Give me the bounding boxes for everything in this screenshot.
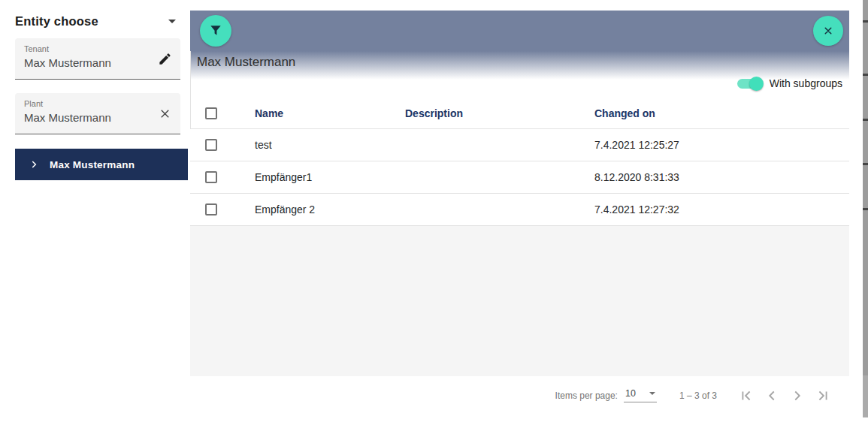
x-icon xyxy=(158,107,172,121)
previous-page-icon xyxy=(764,387,780,404)
column-header-description: Description xyxy=(405,107,463,119)
select-all-checkbox[interactable] xyxy=(205,107,217,119)
with-subgroups-toggle[interactable] xyxy=(737,79,762,89)
tenant-field[interactable]: Tenant Max Mustermann xyxy=(15,38,180,80)
sidebar-item-max-mustermann[interactable]: Max Mustermann xyxy=(15,149,188,180)
row-checkbox[interactable] xyxy=(205,203,217,216)
next-page-icon xyxy=(789,387,806,404)
tenant-field-value: Max Mustermann xyxy=(24,56,150,69)
items-per-page-label: Items per page: xyxy=(555,390,618,401)
plant-field-label: Plant xyxy=(24,99,150,108)
pencil-icon xyxy=(158,52,172,66)
table-row[interactable]: Empfänger1 8.12.2020 8:31:33 xyxy=(190,161,849,194)
row-checkbox[interactable] xyxy=(205,139,217,151)
edit-tenant-button[interactable] xyxy=(156,50,174,68)
items-per-page-value: 10 xyxy=(625,388,636,399)
first-page-icon xyxy=(738,387,755,404)
items-per-page-select[interactable]: 10 xyxy=(624,388,657,402)
subgroups-toggle-row: With subgroups xyxy=(737,75,842,92)
cell-changed-on: 7.4.2021 12:27:32 xyxy=(594,203,679,216)
paginator-range-label: 1 – 3 of 3 xyxy=(679,390,717,401)
plant-field[interactable]: Plant Max Mustermann xyxy=(15,93,180,134)
filter-button[interactable] xyxy=(200,15,231,47)
table-row[interactable]: test 7.4.2021 12:25:27 xyxy=(190,129,849,161)
funnel-icon xyxy=(208,23,223,38)
underlying-page-sliver xyxy=(863,0,868,431)
cell-changed-on: 7.4.2021 12:25:27 xyxy=(594,139,679,151)
clear-plant-button[interactable] xyxy=(156,104,174,122)
panel-title: Max Mustermann xyxy=(197,55,295,70)
previous-page-button[interactable] xyxy=(759,383,785,408)
cell-changed-on: 8.12.2020 8:31:33 xyxy=(594,171,679,183)
column-header-changed-on: Changed on xyxy=(594,107,655,119)
panel-appbar xyxy=(190,11,849,51)
entity-choose-title: Entity choose xyxy=(15,14,98,29)
column-header-name: Name xyxy=(255,107,283,119)
cell-name: test xyxy=(255,139,272,151)
entity-choose-header[interactable]: Entity choose xyxy=(15,12,180,30)
row-checkbox[interactable] xyxy=(205,171,217,183)
chevron-right-icon xyxy=(29,159,39,170)
toggle-thumb xyxy=(749,77,764,91)
sidebar-item-label: Max Mustermann xyxy=(50,159,135,170)
cell-name: Empfänger 2 xyxy=(255,203,315,216)
first-page-button[interactable] xyxy=(733,383,759,408)
plant-field-value: Max Mustermann xyxy=(24,111,150,124)
caret-down-icon xyxy=(168,20,176,23)
close-icon xyxy=(821,24,835,38)
screen: Entity choose Tenant Max Mustermann Plan… xyxy=(0,0,868,431)
group-panel: Max Mustermann With subgroups Name Descr… xyxy=(190,0,849,431)
table-empty-area xyxy=(190,226,849,376)
next-page-button[interactable] xyxy=(785,383,810,408)
close-button[interactable] xyxy=(813,16,843,46)
last-page-button[interactable] xyxy=(810,383,836,408)
paginator: Items per page: 10 1 – 3 of 3 xyxy=(190,376,849,414)
tenant-field-label: Tenant xyxy=(24,44,150,53)
entity-sidebar: Entity choose Tenant Max Mustermann Plan… xyxy=(0,0,190,431)
table-header-row: Name Description Changed on xyxy=(190,98,849,129)
paginator-buttons xyxy=(733,383,836,408)
with-subgroups-label: With subgroups xyxy=(770,77,842,89)
backdrop-strip xyxy=(863,0,868,417)
table-body: test 7.4.2021 12:25:27 Empfänger1 8.12.2… xyxy=(190,129,849,226)
caret-down-icon xyxy=(649,392,655,395)
cell-name: Empfänger1 xyxy=(255,171,312,183)
table-row[interactable]: Empfänger 2 7.4.2021 12:27:32 xyxy=(190,194,849,226)
last-page-icon xyxy=(815,387,831,404)
